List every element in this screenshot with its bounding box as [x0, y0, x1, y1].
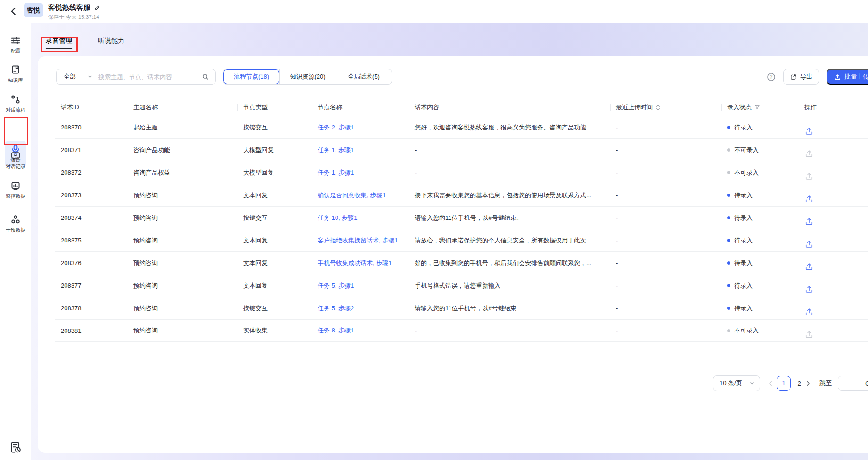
export-icon	[790, 73, 797, 81]
node-name-link[interactable]: 任务 5, 步骤1	[318, 282, 354, 289]
page-number-2[interactable]: 2	[794, 380, 805, 387]
search-input[interactable]	[98, 73, 199, 81]
status-dot	[727, 148, 730, 152]
jump-go-button[interactable]: G	[860, 376, 868, 390]
table-row: 208372 咨询产品权益 大模型回复 任务 1, 步骤1 - - 不可录入	[55, 161, 868, 184]
cell-topic: 预约咨询	[128, 259, 237, 267]
row-upload-icon[interactable]	[804, 284, 868, 294]
status-dot	[727, 239, 730, 242]
cell-content: 请输入您的11位手机号，以#号键结束	[409, 304, 610, 313]
cell-status: 不可录入	[721, 169, 799, 177]
cell-script-id: 208375	[55, 237, 128, 244]
content-region: 录音管理 听说能力 全部 流程节点(18) 知识资源(20) 全局话术(5) ?…	[31, 23, 868, 460]
page-title: 客悦热线客服	[48, 3, 100, 12]
sidebar-item-intervention-data[interactable]: 干预数据	[0, 214, 31, 234]
edit-icon[interactable]	[94, 5, 100, 11]
cell-content: -	[409, 169, 610, 176]
node-name-link[interactable]: 确认是否同意收集, 步骤1	[318, 192, 385, 199]
category-select[interactable]: 全部	[57, 73, 98, 81]
cell-topic: 预约咨询	[128, 326, 237, 335]
status-dot	[727, 171, 730, 174]
cell-content: 请放心，我们承诺保护您的个人信息安全，所有数据仅用于此次...	[409, 236, 610, 245]
cell-content: -	[409, 327, 610, 334]
table-row: 208370 起始主题 按键交互 任务 2, 步骤1 您好，欢迎咨询客悦热线客服…	[55, 116, 868, 138]
prev-page-icon[interactable]	[768, 380, 774, 387]
node-name-link[interactable]: 任务 8, 步骤1	[318, 327, 354, 334]
tab-recording-management[interactable]: 录音管理	[46, 37, 72, 49]
segment-knowledge-resources[interactable]: 知识资源(20)	[279, 69, 336, 84]
row-upload-icon[interactable]	[804, 171, 868, 181]
cell-status: 不可录入	[721, 326, 799, 335]
saved-status: 保存于 今天 15:37:14	[48, 14, 99, 21]
cell-script-id: 208377	[55, 282, 128, 289]
next-page-icon[interactable]	[805, 380, 811, 387]
cell-content: 请输入您的11位手机号，以#号键结束。	[409, 214, 610, 222]
table-row: 208381 预约咨询 实体收集 任务 8, 步骤1 - - 不可录入	[55, 319, 868, 342]
tune-icon	[10, 35, 21, 46]
search-icon[interactable]	[202, 73, 209, 81]
row-upload-icon[interactable]	[804, 307, 868, 316]
row-upload-icon[interactable]	[804, 330, 868, 339]
status-dot	[727, 261, 730, 265]
cell-script-id: 208378	[55, 305, 128, 312]
help-icon[interactable]: ?	[767, 73, 776, 81]
row-upload-icon[interactable]	[804, 239, 868, 249]
cell-actions	[799, 232, 868, 249]
category-value: 全部	[64, 73, 76, 81]
node-name-link[interactable]: 手机号收集成功话术, 步骤1	[318, 259, 392, 266]
jump-page-input[interactable]	[838, 376, 860, 390]
sidebar-item-config[interactable]: 配置	[0, 35, 31, 55]
sidebar-item-knowledge[interactable]: 知识库	[0, 65, 31, 84]
sidebar-item-monitor-data[interactable]: 监控数据	[0, 180, 31, 200]
segment-global-scripts[interactable]: 全局话术(5)	[336, 69, 392, 84]
page-size-select[interactable]: 10 条/页	[713, 375, 760, 391]
search-bar: 全部	[56, 69, 216, 85]
node-name-link[interactable]: 客户拒绝收集挽留话术, 步骤1	[318, 237, 398, 244]
node-name-link[interactable]: 任务 10, 步骤1	[318, 214, 358, 221]
col-last-upload-time: 最近上传时间	[610, 103, 721, 112]
export-button[interactable]: 导出	[783, 69, 819, 85]
node-name-link[interactable]: 任务 2, 步骤1	[318, 124, 354, 131]
row-upload-icon[interactable]	[804, 217, 868, 226]
cell-actions	[799, 255, 868, 271]
status-dot	[727, 194, 730, 197]
cell-topic: 预约咨询	[128, 236, 237, 245]
node-name-link[interactable]: 任务 1, 步骤1	[318, 146, 354, 153]
row-upload-icon[interactable]	[804, 149, 868, 158]
status-label: 待录入	[734, 304, 753, 313]
page-number-1[interactable]: 1	[777, 376, 791, 391]
node-name-link[interactable]: 任务 1, 步骤1	[318, 169, 354, 176]
tab-listening-speaking[interactable]: 听说能力	[98, 37, 124, 49]
status-label: 待录入	[734, 259, 753, 267]
back-icon[interactable]	[8, 6, 19, 16]
cluster-icon	[10, 214, 21, 225]
cell-status: 待录入	[721, 282, 799, 290]
cell-node-type: 文本回复	[237, 191, 312, 200]
segment-flow-nodes[interactable]: 流程节点(18)	[223, 69, 279, 84]
cell-node-type: 文本回复	[237, 236, 312, 245]
cell-upload-time: -	[610, 282, 721, 289]
sidebar-item-dialog-records[interactable]: 对话记录	[0, 151, 31, 170]
cell-status: 不可录入	[721, 146, 799, 154]
col-entry-status: 录入状态	[721, 103, 799, 112]
row-upload-icon[interactable]	[804, 194, 868, 203]
cell-script-id: 208376	[55, 259, 128, 266]
table-header: 话术ID 主题名称 节点类型 节点名称 话术内容 最近上传时间 录入状态 操作	[55, 99, 868, 116]
chat-icon	[10, 151, 21, 161]
cell-content: -	[409, 146, 610, 153]
sort-icon[interactable]	[655, 105, 661, 111]
jump-to-label: 跳至	[819, 379, 832, 387]
row-upload-icon[interactable]	[804, 126, 868, 136]
row-upload-icon[interactable]	[804, 262, 868, 271]
cell-upload-time: -	[610, 214, 721, 221]
history-doc-clock-icon[interactable]	[9, 441, 22, 454]
filter-funnel-icon[interactable]	[754, 105, 760, 110]
cell-script-id: 208373	[55, 192, 128, 199]
svg-text:?: ?	[770, 74, 773, 80]
node-name-link[interactable]: 任务 5, 步骤2	[318, 305, 354, 312]
bulk-upload-button[interactable]: 批量上传	[827, 69, 868, 85]
sidebar-item-dialog-flow[interactable]: 对话流程	[0, 94, 31, 113]
cell-content: 接下来我需要收集您的基本信息，包括您的使用场景及联系方式...	[409, 191, 610, 200]
cell-topic: 预约咨询	[128, 304, 237, 313]
col-actions: 操作	[799, 103, 868, 112]
